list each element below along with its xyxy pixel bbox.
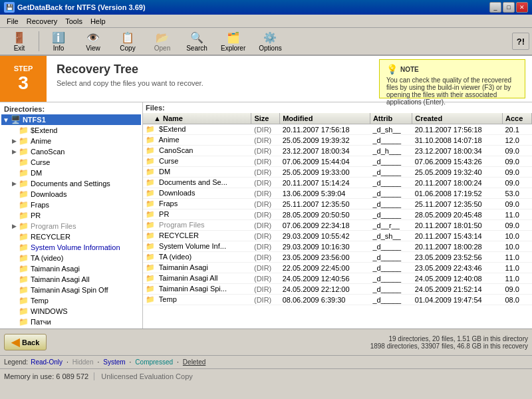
- table-row[interactable]: 📁 CanoScan (DIR) 23.12.2007 18:00:34 _d_…: [143, 146, 532, 156]
- col-name[interactable]: ▲ Name: [143, 113, 251, 124]
- table-row[interactable]: 📁 Taimanin Asagi (DIR) 22.05.2009 22:45:…: [143, 263, 532, 273]
- back-button[interactable]: ◀ Back: [4, 334, 47, 350]
- status-left: Memory in use: 6 089 572 Unlicensed Eval…: [4, 372, 193, 380]
- dir-item-recycler[interactable]: 📁 RECYCLER: [11, 231, 141, 242]
- folder-icon: 📁: [19, 221, 29, 231]
- close-button[interactable]: ✕: [516, 2, 528, 13]
- table-row[interactable]: 📁 Downloads (DIR) 13.06.2009 5:39:04 _d_…: [143, 188, 532, 199]
- info-icon: ℹ️: [52, 31, 65, 44]
- files-header: Files:: [143, 102, 532, 113]
- file-folder-icon: 📁: [146, 146, 155, 154]
- dir-name: Temp: [31, 297, 49, 305]
- dir-item-pr[interactable]: 📁 PR: [11, 210, 141, 221]
- table-row[interactable]: 📁 Fraps (DIR) 25.11.2007 12:35:50 _d____…: [143, 199, 532, 209]
- legend-label: Legend:: [4, 358, 28, 366]
- dir-item-systemvolume[interactable]: 📁 System Volume Information: [11, 242, 141, 253]
- dir-item-patchi[interactable]: 📁 Патчи: [11, 317, 141, 327]
- cell-attrib: _d_____: [370, 156, 412, 167]
- cell-size: (DIR): [251, 188, 280, 199]
- search-button[interactable]: 🔍 Search: [180, 30, 213, 53]
- table-row[interactable]: 📁 DM (DIR) 25.05.2009 19:33:00 _d_____ 2…: [143, 167, 532, 178]
- table-row[interactable]: 📁 RECYCLER (DIR) 29.03.2009 10:55:42 _d_…: [143, 231, 532, 241]
- col-created[interactable]: Created: [412, 113, 503, 124]
- file-table[interactable]: ▲ Name Size Modified Attrib: [143, 113, 532, 329]
- cell-name: 📁 TA (video): [143, 252, 251, 263]
- cell-access: 09.0: [502, 178, 531, 188]
- info-button[interactable]: ℹ️ Info: [42, 30, 75, 53]
- cell-name: 📁 PR: [143, 209, 251, 220]
- help-button[interactable]: ?!: [512, 33, 529, 50]
- step-header: STEP 3 Recovery Tree Select and copy the…: [0, 56, 532, 102]
- table-row[interactable]: 📁 Taimanin Asagi Spi... (DIR) 24.05.2009…: [143, 284, 532, 295]
- col-access[interactable]: Acce: [502, 113, 531, 124]
- folder-icon: 📁: [19, 126, 29, 135]
- menu-help[interactable]: Help: [86, 16, 110, 27]
- dir-item-docs[interactable]: ▶ 📁 Documents and Settings: [11, 178, 141, 189]
- dir-item-extend[interactable]: 📁 $Extend: [11, 125, 141, 136]
- col-attrib[interactable]: Attrib: [370, 113, 412, 124]
- dir-item-root[interactable]: ▼ 🖥️ NTFS1: [1, 114, 141, 125]
- dir-item-fraps[interactable]: 📁 Fraps: [11, 200, 141, 210]
- dir-item-downloads[interactable]: 📁 Downloads: [11, 189, 141, 200]
- dir-name: Curse: [31, 158, 50, 166]
- menu-tools[interactable]: Tools: [61, 16, 86, 27]
- cell-access: 09.0: [502, 284, 531, 295]
- table-row[interactable]: 📁 $Extend (DIR) 20.11.2007 17:56:18 _d_s…: [143, 124, 532, 135]
- options-button[interactable]: ⚙️ Options: [253, 30, 287, 53]
- toolbar: 🚪 Exit ℹ️ Info 👁️ View 📋 Copy 📂 Open 🔍 S…: [0, 28, 532, 56]
- copy-button[interactable]: 📋 Copy: [111, 30, 144, 53]
- col-modified[interactable]: Modified: [280, 113, 370, 124]
- col-size[interactable]: Size: [251, 113, 280, 124]
- table-row[interactable]: 📁 Anime (DIR) 25.05.2009 19:39:32 _d____…: [143, 135, 532, 146]
- step-number: 3: [18, 72, 29, 94]
- minimize-button[interactable]: _: [489, 2, 501, 13]
- explorer-button[interactable]: 🗂️ Explorer: [215, 30, 251, 53]
- table-row[interactable]: 📁 TA (video) (DIR) 23.05.2009 23:56:00 _…: [143, 252, 532, 263]
- explorer-label: Explorer: [221, 45, 245, 52]
- table-row[interactable]: 📁 Documents and Se... (DIR) 20.11.2007 1…: [143, 178, 532, 188]
- dir-item-taimaninall[interactable]: 📁 Taimanin Asagi All: [11, 274, 141, 285]
- dir-item-taimaninspinoff[interactable]: 📁 Taimanin Asagi Spin Off: [11, 285, 141, 295]
- exit-button[interactable]: 🚪 Exit: [3, 30, 36, 53]
- menu-recovery[interactable]: Recovery: [23, 16, 61, 27]
- dir-item-taimanin[interactable]: 📁 Taimanin Asagi: [11, 263, 141, 274]
- file-folder-icon: 📁: [146, 285, 155, 293]
- cell-created: 25.11.2007 12:35:50: [412, 199, 503, 209]
- dir-stats: 19 directories, 20 files, 1.51 GB in thi…: [388, 335, 528, 342]
- table-row[interactable]: 📁 Temp (DIR) 08.06.2009 6:39:30 _d_____ …: [143, 295, 532, 305]
- dir-item-canoscan[interactable]: ▶ 📁 CanoScan: [11, 146, 141, 157]
- cell-created: 31.10.2008 14:07:18: [412, 135, 503, 146]
- cell-attrib: _d_____: [370, 241, 412, 252]
- cell-attrib: _d_____: [370, 188, 412, 199]
- dir-item-temp[interactable]: 📁 Temp: [11, 295, 141, 306]
- menu-file[interactable]: File: [3, 16, 23, 27]
- dir-item-tavideo[interactable]: 📁 TA (video): [11, 253, 141, 263]
- table-row[interactable]: 📁 Program Files (DIR) 07.06.2009 22:34:1…: [143, 220, 532, 231]
- cell-access: 09.0: [502, 167, 531, 178]
- dir-item-curse[interactable]: 📁 Curse: [11, 157, 141, 168]
- file-folder-icon: 📁: [146, 242, 155, 250]
- cell-attrib: _d_____: [370, 199, 412, 209]
- cell-modified: 24.05.2009 22:12:00: [280, 284, 370, 295]
- table-row[interactable]: 📁 System Volume Inf... (DIR) 29.03.2009 …: [143, 241, 532, 252]
- dir-item-programfiles[interactable]: ▶ 📁 Program Files: [11, 221, 141, 231]
- maximize-button[interactable]: □: [503, 2, 515, 13]
- bottom-bar: ◀ Back 19 directories, 20 files, 1.51 GB…: [0, 329, 532, 355]
- cell-size: (DIR): [251, 178, 280, 188]
- dir-item-windows[interactable]: 📁 WINDOWS: [11, 306, 141, 317]
- table-row[interactable]: 📁 PR (DIR) 28.05.2009 20:50:50 _d_____ 2…: [143, 209, 532, 220]
- cell-created: 01.04.2009 19:47:54: [412, 295, 503, 305]
- dir-item-anime[interactable]: ▶ 📁 Anime: [11, 136, 141, 146]
- root-name: NTFS1: [23, 116, 46, 124]
- dir-name: DM: [31, 169, 42, 177]
- dir-item-dm[interactable]: 📁 DM: [11, 168, 141, 178]
- step-label: STEP: [14, 65, 33, 72]
- cell-size: (DIR): [251, 252, 280, 263]
- cell-size: (DIR): [251, 273, 280, 284]
- sort-arrow: ▲: [154, 114, 161, 122]
- menu-bar: File Recovery Tools Help: [0, 15, 532, 28]
- open-button[interactable]: 📂 Open: [146, 30, 179, 53]
- table-row[interactable]: 📁 Curse (DIR) 07.06.2009 15:44:04 _d____…: [143, 156, 532, 167]
- table-row[interactable]: 📁 Taimanin Asagi All (DIR) 24.05.2009 12…: [143, 273, 532, 284]
- view-button[interactable]: 👁️ View: [76, 30, 110, 53]
